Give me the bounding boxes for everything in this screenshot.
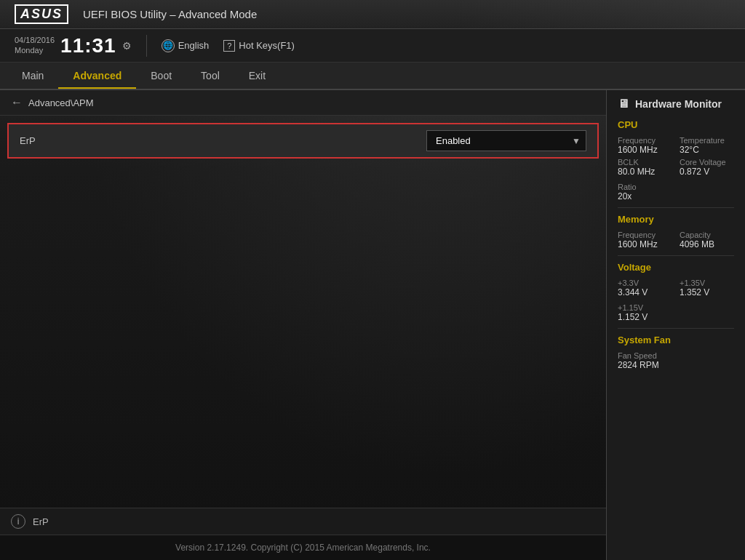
voltage-33-label: +3.3V xyxy=(618,279,672,287)
cpu-bclk-value: 80.0 MHz xyxy=(618,167,672,177)
voltage-115-value: 1.152 V xyxy=(618,312,734,322)
erp-dropdown-wrapper: Enabled Disabled ▼ xyxy=(426,130,586,151)
voltage-115: +1.15V 1.152 V xyxy=(618,303,734,322)
system-fan-section-title: System Fan xyxy=(618,335,734,345)
hardware-monitor-panel: 🖥 Hardware Monitor CPU Frequency 1600 MH… xyxy=(607,90,745,560)
cpu-bclk: BCLK 80.0 MHz xyxy=(618,158,672,177)
nav-item-advanced[interactable]: Advanced xyxy=(58,63,136,89)
memory-frequency-value: 1600 MHz xyxy=(618,239,672,249)
back-button[interactable]: ← xyxy=(11,96,23,109)
fan-speed-label: Fan Speed xyxy=(618,351,734,360)
erp-dropdown[interactable]: Enabled Disabled xyxy=(426,130,586,151)
date-display: 04/18/2016 xyxy=(15,36,55,45)
memory-section-title: Memory xyxy=(618,214,734,225)
voltage-135: +1.35V 1.352 V xyxy=(680,279,734,297)
nav-item-main[interactable]: Main xyxy=(7,63,58,89)
footer-text: Version 2.17.1249. Copyright (C) 2015 Am… xyxy=(175,543,431,553)
cpu-core-voltage: Core Voltage 0.872 V xyxy=(680,158,734,177)
cpu-bclk-label: BCLK xyxy=(618,158,672,167)
erp-label: ErP xyxy=(20,135,426,146)
cpu-frequency: Frequency 1600 MHz xyxy=(618,136,672,155)
nav-item-exit[interactable]: Exit xyxy=(234,63,280,89)
cpu-ratio: Ratio 20x xyxy=(618,183,734,201)
language-label: English xyxy=(178,40,210,51)
asus-logo: ASUS xyxy=(15,4,68,24)
erp-value-wrapper: Enabled Disabled ▼ xyxy=(426,130,586,151)
memory-metrics: Frequency 1600 MHz Capacity 4096 MB xyxy=(618,231,734,249)
erp-setting-row[interactable]: ErP Enabled Disabled ▼ xyxy=(7,123,599,159)
voltage-33-value: 3.344 V xyxy=(618,287,672,297)
voltage-divider xyxy=(618,328,734,329)
settings-area: ErP Enabled Disabled ▼ xyxy=(0,116,606,508)
memory-capacity-label: Capacity xyxy=(680,231,734,239)
memory-divider xyxy=(618,255,734,256)
question-icon: ? xyxy=(223,40,235,52)
voltage-metrics: +3.3V 3.344 V +1.35V 1.352 V xyxy=(618,279,734,297)
cpu-ratio-value: 20x xyxy=(618,191,734,201)
date-time-group: 04/18/2016 Monday 11:31 ⚙ xyxy=(15,34,132,57)
cpu-core-voltage-label: Core Voltage xyxy=(680,158,734,167)
cpu-core-voltage-value: 0.872 V xyxy=(680,167,734,177)
info-icon: i xyxy=(11,514,25,529)
memory-capacity-value: 4096 MB xyxy=(680,239,734,249)
voltage-115-label: +1.15V xyxy=(618,303,734,312)
info-bar: 04/18/2016 Monday 11:31 ⚙ 🌐 English ? Ho… xyxy=(0,29,745,63)
header-title: UEFI BIOS Utility – Advanced Mode xyxy=(83,8,257,20)
cpu-frequency-label: Frequency xyxy=(618,136,672,145)
panel-title: 🖥 Hardware Monitor xyxy=(618,97,734,111)
cpu-temperature-label: Temperature xyxy=(680,136,734,145)
day-display: Monday xyxy=(15,46,55,55)
voltage-33: +3.3V 3.344 V xyxy=(618,279,672,297)
memory-frequency: Frequency 1600 MHz xyxy=(618,231,672,249)
voltage-section-title: Voltage xyxy=(618,262,734,273)
cpu-temperature: Temperature 32°C xyxy=(680,136,734,155)
panel-title-label: Hardware Monitor xyxy=(635,98,722,110)
bottom-info-label: ErP xyxy=(33,516,49,527)
cpu-divider xyxy=(618,207,734,208)
main-layout: ← Advanced\APM ErP Enabled Disabled ▼ xyxy=(0,90,745,560)
footer: Version 2.17.1249. Copyright (C) 2015 Am… xyxy=(0,535,606,560)
hotkeys-button[interactable]: ? Hot Keys(F1) xyxy=(223,40,295,52)
bottom-info-bar: i ErP xyxy=(0,508,606,535)
voltage-135-value: 1.352 V xyxy=(680,287,734,297)
fan-speed-value: 2824 RPM xyxy=(618,360,734,370)
globe-icon: 🌐 xyxy=(162,39,175,52)
language-button[interactable]: 🌐 English xyxy=(162,39,210,52)
nav-item-tool[interactable]: Tool xyxy=(186,63,234,89)
divider xyxy=(146,35,147,57)
cpu-metrics: Frequency 1600 MHz Temperature 32°C BCLK… xyxy=(618,136,734,177)
hotkeys-label: Hot Keys(F1) xyxy=(239,40,295,51)
fan-speed: Fan Speed 2824 RPM xyxy=(618,351,734,370)
memory-capacity: Capacity 4096 MB xyxy=(680,231,734,249)
breadcrumb: ← Advanced\APM xyxy=(0,90,606,116)
breadcrumb-path: Advanced\APM xyxy=(28,97,94,108)
gear-icon[interactable]: ⚙ xyxy=(122,40,132,52)
cpu-ratio-label: Ratio xyxy=(618,183,734,191)
time-display: 11:31 xyxy=(60,34,116,57)
nav-menu: Main Advanced Boot Tool Exit xyxy=(0,63,745,90)
date-info: 04/18/2016 Monday xyxy=(15,36,55,55)
monitor-icon: 🖥 xyxy=(618,97,629,111)
memory-frequency-label: Frequency xyxy=(618,231,672,239)
nav-item-boot[interactable]: Boot xyxy=(136,63,186,89)
cpu-frequency-value: 1600 MHz xyxy=(618,145,672,155)
left-content: ← Advanced\APM ErP Enabled Disabled ▼ xyxy=(0,90,607,560)
cpu-section-title: CPU xyxy=(618,119,734,130)
voltage-135-label: +1.35V xyxy=(680,279,734,287)
cpu-temperature-value: 32°C xyxy=(680,145,734,155)
header-bar: ASUS UEFI BIOS Utility – Advanced Mode xyxy=(0,0,745,29)
